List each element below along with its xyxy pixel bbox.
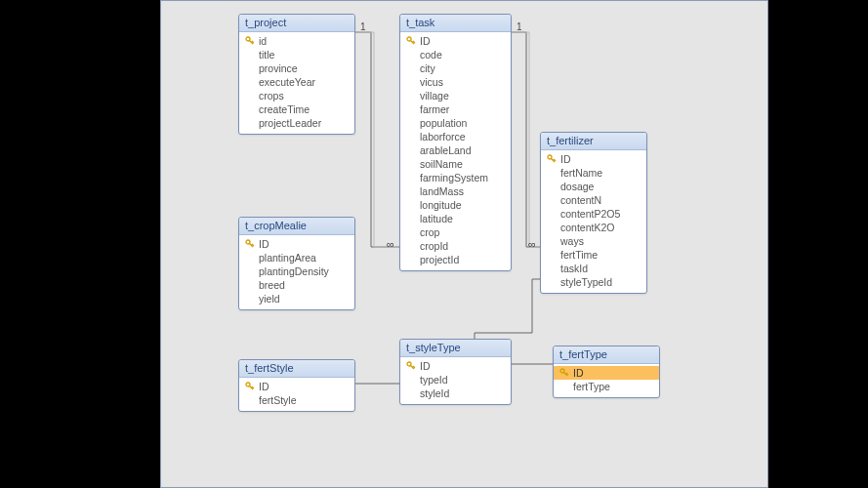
column-row[interactable]: typeId xyxy=(400,373,511,386)
column-row[interactable]: crops xyxy=(239,89,354,102)
column-row[interactable]: id xyxy=(239,34,354,48)
column-row[interactable]: ID xyxy=(554,366,659,380)
column-row[interactable]: ID xyxy=(400,359,511,373)
column-row[interactable]: fertStyle xyxy=(239,393,354,407)
column-name: latitude xyxy=(418,212,453,225)
column-row[interactable]: soilName xyxy=(400,157,511,171)
column-row[interactable]: dosage xyxy=(541,180,646,193)
column-row[interactable]: code xyxy=(400,48,511,61)
svg-point-6 xyxy=(560,369,564,373)
column-row[interactable]: styleId xyxy=(400,386,511,400)
table-header[interactable]: t_fertType xyxy=(554,346,659,364)
table-t_fertType[interactable]: t_fertTypeIDfertType xyxy=(553,346,660,398)
column-row[interactable]: title xyxy=(239,48,354,61)
table-body: IDfertStyle xyxy=(239,378,354,411)
cardinality-1: 1 xyxy=(359,22,367,32)
column-row[interactable]: ID xyxy=(541,152,646,166)
column-row[interactable]: fertTime xyxy=(541,248,646,262)
column-name: arableLand xyxy=(418,143,472,157)
table-body: idtitleprovinceexecuteYearcropscreateTim… xyxy=(239,32,354,134)
cardinality-infinity: ∞ xyxy=(386,239,394,249)
column-name: ID xyxy=(558,152,571,166)
table-t_fertilizer[interactable]: t_fertilizerIDfertNamedosagecontentNcont… xyxy=(540,132,647,294)
column-row[interactable]: longitude xyxy=(400,198,511,212)
column-row[interactable]: fertName xyxy=(541,166,646,180)
column-name: plantingArea xyxy=(257,251,316,264)
svg-point-4 xyxy=(246,383,250,386)
table-t_fertStyle[interactable]: t_fertStyleIDfertStyle xyxy=(238,359,355,412)
column-row[interactable]: village xyxy=(400,89,511,102)
column-row[interactable]: contentK2O xyxy=(541,221,646,234)
column-name: contentP2O5 xyxy=(558,207,620,221)
column-name: cropId xyxy=(418,239,448,253)
column-name: code xyxy=(418,48,442,61)
column-row[interactable]: vicus xyxy=(400,75,511,89)
primary-key-icon xyxy=(243,239,257,249)
column-name: yield xyxy=(257,292,280,305)
table-body: IDplantingAreaplantingDensitybreedyield xyxy=(239,235,354,309)
column-row[interactable]: ID xyxy=(239,237,354,251)
column-row[interactable]: province xyxy=(239,61,354,75)
table-header[interactable]: t_styleType xyxy=(400,340,511,357)
column-row[interactable]: styleTypeId xyxy=(541,275,646,289)
column-row[interactable]: yield xyxy=(239,292,354,305)
column-name: executeYear xyxy=(257,75,315,89)
column-row[interactable]: population xyxy=(400,116,511,130)
table-header[interactable]: t_fertilizer xyxy=(541,133,646,150)
column-name: vicus xyxy=(418,75,443,89)
column-row[interactable]: projectId xyxy=(400,253,511,266)
column-name: fertName xyxy=(558,166,602,180)
column-row[interactable]: createTime xyxy=(239,102,354,116)
table-t_task[interactable]: t_taskIDcodecityvicusvillagefarmerpopula… xyxy=(399,14,512,271)
column-row[interactable]: ID xyxy=(400,34,511,48)
column-row[interactable]: landMass xyxy=(400,184,511,198)
column-row[interactable]: latitude xyxy=(400,212,511,225)
column-row[interactable]: plantingDensity xyxy=(239,264,354,278)
diagram-canvas[interactable]: 1 ∞ 1 ∞ t_projectidtitleprovinceexecuteY… xyxy=(160,0,768,488)
table-t_styleType[interactable]: t_styleTypeIDtypeIdstyleId xyxy=(399,339,512,405)
column-row[interactable]: executeYear xyxy=(239,75,354,89)
column-name: projectId xyxy=(418,253,459,266)
column-row[interactable]: breed xyxy=(239,278,354,292)
column-row[interactable]: cropId xyxy=(400,239,511,253)
svg-point-5 xyxy=(407,362,411,366)
column-row[interactable]: ways xyxy=(541,234,646,248)
primary-key-icon xyxy=(545,154,558,164)
column-row[interactable]: farmer xyxy=(400,102,511,116)
column-row[interactable]: city xyxy=(400,61,511,75)
table-body: IDcodecityvicusvillagefarmerpopulationla… xyxy=(400,32,511,270)
table-t_project[interactable]: t_projectidtitleprovinceexecuteYearcrops… xyxy=(238,14,355,135)
table-body: IDfertType xyxy=(554,364,659,397)
column-row[interactable]: plantingArea xyxy=(239,251,354,264)
column-row[interactable]: arableLand xyxy=(400,143,511,157)
column-row[interactable]: taskId xyxy=(541,262,646,275)
column-name: breed xyxy=(257,278,285,292)
column-name: contentK2O xyxy=(558,221,614,234)
column-row[interactable]: crop xyxy=(400,225,511,239)
column-name: landMass xyxy=(418,184,464,198)
column-row[interactable]: laborforce xyxy=(400,130,511,143)
table-header[interactable]: t_cropMealie xyxy=(239,218,354,235)
column-name: projectLeader xyxy=(257,116,321,130)
primary-key-icon xyxy=(404,361,418,371)
table-t_cropMealie[interactable]: t_cropMealieIDplantingAreaplantingDensit… xyxy=(238,217,355,310)
column-name: fertStyle xyxy=(257,393,297,407)
column-row[interactable]: contentP2O5 xyxy=(541,207,646,221)
column-row[interactable]: ID xyxy=(239,380,354,393)
cardinality-1: 1 xyxy=(516,22,523,32)
table-header[interactable]: t_task xyxy=(400,15,511,32)
svg-point-0 xyxy=(246,37,250,41)
column-row[interactable]: fertType xyxy=(554,380,659,393)
column-row[interactable]: farmingSystem xyxy=(400,171,511,184)
column-row[interactable]: projectLeader xyxy=(239,116,354,130)
column-name: contentN xyxy=(558,193,601,207)
column-name: title xyxy=(257,48,274,61)
column-name: fertType xyxy=(571,380,610,393)
column-row[interactable]: contentN xyxy=(541,193,646,207)
column-name: id xyxy=(257,34,267,48)
table-header[interactable]: t_project xyxy=(239,15,354,32)
primary-key-icon xyxy=(243,382,257,391)
column-name: soilName xyxy=(418,157,463,171)
column-name: province xyxy=(257,61,298,75)
table-header[interactable]: t_fertStyle xyxy=(239,360,354,378)
